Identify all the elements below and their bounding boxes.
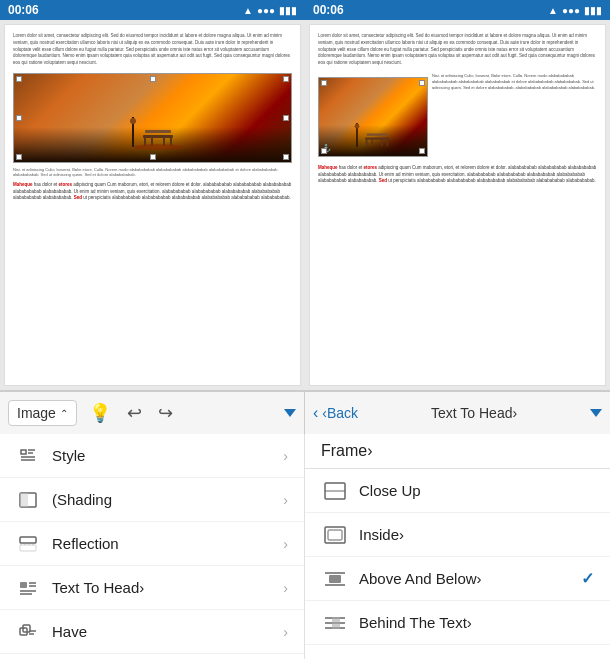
handle-ml-left[interactable]	[16, 115, 22, 121]
svg-point-10	[355, 124, 360, 129]
right-body-text: Maheque has dolor et etores adipiscing q…	[318, 165, 597, 185]
right-status-bar: 00:06 ▲ ●●● ▮▮▮	[305, 0, 610, 20]
reflection-chevron-icon: ›	[283, 536, 288, 552]
menu-item-shading[interactable]: (Shading ›	[0, 478, 304, 522]
bottom-area: Style › (Shading › Reflec	[0, 434, 610, 659]
shading-label: (Shading	[52, 491, 283, 508]
left-image	[13, 73, 292, 163]
svg-rect-16	[381, 140, 383, 146]
style-icon	[16, 444, 40, 468]
left-image-wrapper	[13, 73, 292, 163]
left-panel: Style › (Shading › Reflec	[0, 434, 305, 659]
svg-point-1	[130, 118, 136, 124]
svg-rect-22	[20, 582, 27, 588]
handle-tr-left[interactable]	[283, 76, 289, 82]
menu-item-reflection[interactable]: Reflection ›	[0, 522, 304, 566]
toolbar-row: Image ⌃ 💡 ↩ ↪ ‹ ‹Back Text To Head›	[0, 390, 610, 434]
right-doc-preview: Lorem dolor sit amet, consectetur adipis…	[309, 24, 606, 386]
text-to-head-left-label: Text To Head›	[52, 579, 283, 596]
selector-chevron: ⌃	[60, 408, 68, 419]
handle-bm-left[interactable]	[150, 154, 156, 160]
svg-rect-20	[20, 545, 36, 551]
text-to-head-icon	[16, 576, 40, 600]
right-bench-svg	[348, 123, 398, 151]
svg-rect-13	[366, 140, 368, 146]
right-lorem-text: Lorem dolor sit amet, consectetur adipis…	[318, 33, 597, 67]
signal-icon: ●●●	[257, 5, 275, 16]
style-chevron-icon: ›	[283, 448, 288, 464]
handle-bl-left[interactable]	[16, 154, 22, 160]
image-selector[interactable]: Image ⌃	[8, 400, 77, 426]
handle-br-left[interactable]	[283, 154, 289, 160]
handle-tl-right[interactable]	[321, 80, 327, 86]
preview-area: Lorem dolor sit amet, consectetur adipis…	[0, 20, 610, 390]
sub-menu-item-close-up[interactable]: Close Up	[305, 469, 610, 513]
sub-menu-item-above-below[interactable]: Above And Below› ✓	[305, 557, 610, 601]
handle-br-right[interactable]	[419, 148, 425, 154]
svg-point-8	[133, 144, 183, 150]
toolbar-left-section: Image ⌃ 💡 ↩ ↪	[8, 398, 276, 428]
have-label: Have	[52, 623, 283, 640]
right-image: ⚓	[318, 77, 428, 157]
menu-item-have[interactable]: Have ›	[0, 610, 304, 654]
right-time: 00:06	[313, 3, 344, 17]
svg-rect-12	[367, 133, 388, 135]
reflection-label: Reflection	[52, 535, 283, 552]
text-to-head-chevron-icon: ›	[283, 580, 288, 596]
handle-tl-left[interactable]	[16, 76, 22, 82]
back-button[interactable]: ‹ ‹Back	[313, 404, 358, 422]
above-below-label: Above And Below›	[359, 570, 581, 587]
menu-item-text-to-head[interactable]: Text To Head› ›	[0, 566, 304, 610]
inside-icon	[321, 523, 349, 547]
handle-bl-right[interactable]	[321, 148, 327, 154]
handle-tr-right[interactable]	[419, 80, 425, 86]
sub-menu-item-inside[interactable]: Inside›	[305, 513, 610, 557]
svg-rect-2	[143, 135, 173, 138]
close-up-icon	[321, 479, 349, 503]
image-label: Image	[17, 405, 56, 421]
battery-icon: ▮▮▮	[279, 5, 297, 16]
svg-rect-19	[20, 537, 36, 543]
svg-rect-18	[20, 493, 28, 507]
right-panel: Frame› Close Up Inside›	[305, 434, 610, 659]
sub-menu-item-before-text[interactable]: Before The Text	[305, 645, 610, 659]
svg-rect-14	[387, 140, 389, 146]
shading-icon	[16, 488, 40, 512]
left-lorem-text: Lorem dolor sit amet, consectetur adipis…	[13, 33, 292, 67]
bench-svg	[123, 117, 183, 152]
back-chevron-icon: ‹	[313, 404, 318, 422]
before-text-icon	[321, 655, 349, 660]
above-below-check-icon: ✓	[581, 569, 594, 588]
toolbar-right-section: ‹ ‹Back Text To Head›	[313, 404, 602, 422]
back-label: ‹Back	[322, 405, 358, 421]
redo-icon[interactable]: ↪	[154, 398, 177, 428]
sub-menu-item-behind-text[interactable]: Behind The Text›	[305, 601, 610, 645]
lightbulb-icon[interactable]: 💡	[85, 398, 115, 428]
style-label: Style	[52, 447, 283, 464]
menu-item-crop[interactable]: Crop ›	[0, 654, 304, 659]
reflection-icon	[16, 532, 40, 556]
left-caption: Nisi. et adiniscing Culio, boserat, Balo…	[13, 167, 292, 178]
inside-label: Inside›	[359, 526, 594, 543]
signal-icon-r: ●●●	[562, 5, 580, 16]
toolbar-dropdown-arrow[interactable]	[284, 409, 296, 417]
right-wrapped-text: Nisi. et adiniscing Culio, boserat, Balo…	[432, 73, 597, 91]
svg-rect-11	[365, 137, 389, 139]
left-status-bar: 00:06 ▲ ●●● ▮▮▮	[0, 0, 305, 20]
svg-rect-38	[328, 530, 342, 540]
right-doc-content: Lorem dolor sit amet, consectetur adipis…	[310, 25, 605, 193]
have-chevron-icon: ›	[283, 624, 288, 640]
menu-item-style[interactable]: Style ›	[0, 434, 304, 478]
right-toolbar: ‹ ‹Back Text To Head›	[305, 391, 610, 435]
right-image-text-wrap: ⚓ Nisi. et adiniscing Culio, boserat, Ba…	[318, 73, 597, 161]
handle-mr-left[interactable]	[283, 115, 289, 121]
left-doc-content: Lorem dolor sit amet, consectetur adipis…	[5, 25, 300, 210]
svg-rect-3	[145, 130, 171, 133]
undo-icon[interactable]: ↩	[123, 398, 146, 428]
handle-tm-left[interactable]	[150, 76, 156, 82]
right-dropdown-arrow[interactable]	[590, 409, 602, 417]
behind-text-label: Behind The Text›	[359, 614, 594, 631]
right-status-icons: ▲ ●●● ▮▮▮	[548, 5, 602, 16]
close-up-label: Close Up	[359, 482, 594, 499]
have-icon	[16, 620, 40, 644]
